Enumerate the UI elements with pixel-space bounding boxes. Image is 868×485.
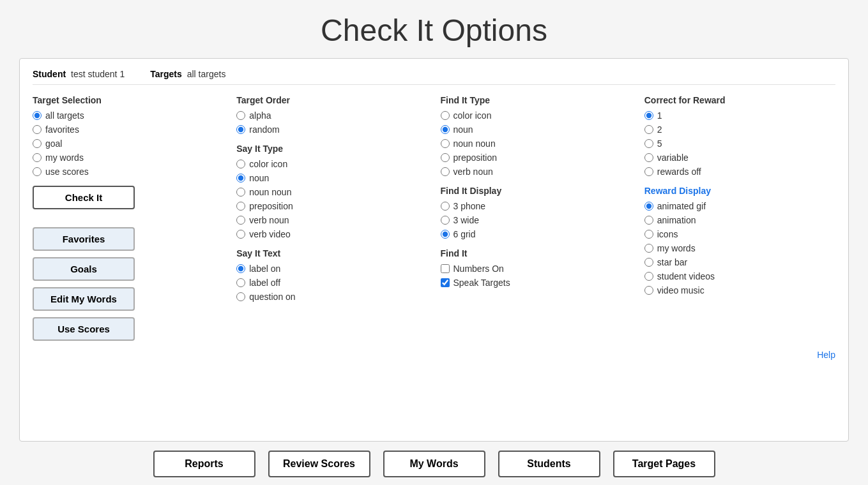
radio-rd-mywords[interactable]: my words [644, 243, 835, 253]
checkbox-speak-targets-input[interactable] [441, 278, 450, 287]
radio-rd-animation-input[interactable] [644, 216, 653, 225]
radio-my-words-input[interactable] [33, 153, 42, 162]
use-scores-button[interactable]: Use Scores [33, 317, 135, 341]
check-it-button[interactable]: Check It [33, 186, 135, 209]
radio-alpha[interactable]: alpha [236, 110, 427, 121]
radio-cr-5-input[interactable] [644, 139, 653, 148]
radio-fit-prep-input[interactable] [441, 153, 450, 162]
radio-cr-rewardsoff-input[interactable] [644, 167, 653, 176]
radio-favorites[interactable]: favorites [33, 124, 224, 135]
col-reward: Correct for Reward 1 2 5 variable [644, 95, 835, 347]
nav-students-button[interactable]: Students [498, 451, 600, 477]
target-selection-group: all targets favorites goal my words use … [33, 110, 224, 177]
radio-rd-videomusic-input[interactable] [644, 286, 653, 295]
checkbox-numbers-on-input[interactable] [441, 264, 450, 273]
nav-my-words-button[interactable]: My Words [383, 451, 485, 477]
radio-fit-verbnoun[interactable]: verb noun [441, 167, 632, 177]
student-label: Student [33, 69, 66, 79]
radio-fid-3phone[interactable]: 3 phone [441, 201, 632, 211]
radio-stxt-questionon[interactable]: question on [236, 292, 427, 302]
radio-stxt-labelon[interactable]: label on [236, 264, 427, 274]
radio-use-scores-label: use scores [45, 167, 89, 177]
goals-button[interactable]: Goals [33, 257, 135, 281]
radio-sit-nounnoun[interactable]: noun noun [236, 187, 427, 197]
radio-rd-studentvideos[interactable]: student videos [644, 271, 835, 281]
radio-fit-noun[interactable]: noun [441, 124, 632, 135]
radio-all-targets[interactable]: all targets [33, 110, 224, 121]
nav-target-pages-button[interactable]: Target Pages [613, 451, 715, 477]
radio-fid-3wide-input[interactable] [441, 216, 450, 225]
radio-fit-noun-input[interactable] [441, 125, 450, 134]
radio-sit-verbvid-input[interactable] [236, 230, 245, 239]
radio-goal-input[interactable] [33, 139, 42, 148]
radio-stxt-labelon-input[interactable] [236, 264, 245, 273]
columns: Target Selection all targets favorites g… [33, 95, 835, 347]
radio-rd-animgif-input[interactable] [644, 202, 653, 211]
radio-cr-rewardsoff[interactable]: rewards off [644, 167, 835, 177]
radio-sit-nounnoun-input[interactable] [236, 188, 245, 197]
radio-rd-animation[interactable]: animation [644, 215, 835, 225]
say-it-text-group: label on label off question on [236, 264, 427, 302]
radio-stxt-labeloff-input[interactable] [236, 278, 245, 287]
radio-rd-starbar-label: star bar [657, 257, 687, 267]
radio-sit-verb-input[interactable] [236, 216, 245, 225]
radio-sit-color-input[interactable] [236, 160, 245, 168]
radio-fid-6grid[interactable]: 6 grid [441, 229, 632, 239]
radio-stxt-questionon-input[interactable] [236, 292, 245, 301]
help-link[interactable]: Help [33, 347, 835, 360]
radio-sit-verb[interactable]: verb noun [236, 215, 427, 225]
radio-fid-3wide[interactable]: 3 wide [441, 215, 632, 225]
radio-fit-color[interactable]: color icon [441, 110, 632, 121]
radio-cr-1[interactable]: 1 [644, 110, 835, 121]
nav-reports-button[interactable]: Reports [153, 451, 255, 477]
edit-my-words-button[interactable]: Edit My Words [33, 287, 135, 311]
radio-sit-noun[interactable]: noun [236, 173, 427, 183]
radio-rd-icons[interactable]: icons [644, 229, 835, 239]
radio-rd-animgif[interactable]: animated gif [644, 201, 835, 211]
student-info: Student test student 1 [33, 69, 125, 79]
radio-alpha-input[interactable] [236, 111, 245, 120]
radio-cr-5[interactable]: 5 [644, 138, 835, 149]
radio-rd-studentvideos-input[interactable] [644, 272, 653, 281]
nav-review-scores-button[interactable]: Review Scores [268, 451, 370, 477]
radio-fit-nounnoun[interactable]: noun noun [441, 138, 632, 149]
radio-fid-6grid-label: 6 grid [453, 229, 476, 239]
radio-rd-videomusic[interactable]: video music [644, 285, 835, 295]
radio-fit-verbnoun-input[interactable] [441, 167, 450, 176]
radio-sit-noun-input[interactable] [236, 174, 245, 183]
radio-fit-nounnoun-input[interactable] [441, 139, 450, 148]
radio-fid-3phone-input[interactable] [441, 202, 450, 211]
radio-random-input[interactable] [236, 125, 245, 134]
radio-favorites-input[interactable] [33, 125, 42, 134]
radio-fit-color-input[interactable] [441, 111, 450, 120]
radio-cr-2[interactable]: 2 [644, 124, 835, 135]
radio-cr-2-input[interactable] [644, 125, 653, 134]
radio-my-words[interactable]: my words [33, 153, 224, 163]
radio-stxt-labeloff[interactable]: label off [236, 278, 427, 288]
radio-fit-verbnoun-label: verb noun [453, 167, 493, 177]
checkbox-numbers-on[interactable]: Numbers On [441, 264, 632, 274]
radio-sit-color[interactable]: color icon [236, 159, 427, 169]
radio-fid-6grid-input[interactable] [441, 230, 450, 239]
radio-sit-verbvid[interactable]: verb video [236, 229, 427, 239]
radio-use-scores[interactable]: use scores [33, 167, 224, 177]
radio-sit-prep-input[interactable] [236, 202, 245, 211]
radio-rd-icons-input[interactable] [644, 230, 653, 239]
checkbox-speak-targets[interactable]: Speak Targets [441, 278, 632, 288]
radio-all-targets-input[interactable] [33, 111, 42, 120]
correct-reward-group: 1 2 5 variable rewards off [644, 110, 835, 177]
radio-cr-1-input[interactable] [644, 111, 653, 120]
radio-random[interactable]: random [236, 124, 427, 135]
radio-cr-variable-input[interactable] [644, 153, 653, 162]
find-it-title: Find It [441, 248, 632, 258]
radio-rd-starbar[interactable]: star bar [644, 257, 835, 267]
radio-use-scores-input[interactable] [33, 167, 42, 176]
radio-sit-prep[interactable]: preposition [236, 201, 427, 211]
radio-cr-2-label: 2 [657, 124, 662, 135]
radio-cr-variable[interactable]: variable [644, 153, 835, 163]
radio-rd-starbar-input[interactable] [644, 258, 653, 267]
radio-goal[interactable]: goal [33, 138, 224, 149]
favorites-button[interactable]: Favorites [33, 227, 135, 251]
radio-rd-mywords-input[interactable] [644, 244, 653, 253]
radio-fit-prep[interactable]: preposition [441, 153, 632, 163]
